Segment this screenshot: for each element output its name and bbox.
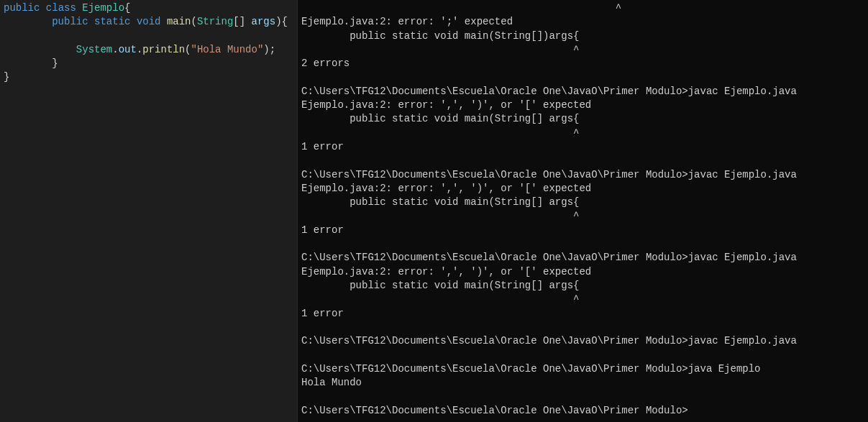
code-token: (: [191, 16, 197, 27]
code-token: System: [76, 44, 112, 55]
code-token: println: [142, 44, 185, 55]
code-token: [76, 2, 82, 14]
code-token: main: [167, 16, 191, 27]
code-token: []: [233, 16, 251, 27]
code-token: {: [124, 2, 130, 14]
code-token: }: [4, 71, 9, 83]
code-token: class: [46, 2, 76, 14]
code-token: [4, 44, 76, 55]
code-token: [4, 16, 52, 27]
code-token: [160, 16, 166, 27]
code-token: }: [4, 58, 58, 69]
code-token: );: [263, 44, 275, 55]
terminal-panel[interactable]: ^ Ejemplo.java:2: error: ';' expected pu…: [297, 0, 868, 422]
code-token: String: [197, 16, 233, 27]
code-token: [130, 16, 136, 27]
code-token: [88, 16, 94, 27]
code-token: [40, 2, 45, 14]
code-token: static: [94, 16, 130, 27]
code-token: "Hola Mundo": [191, 44, 264, 55]
code-token: Ejemplo: [82, 2, 124, 14]
code-token: (: [185, 44, 191, 55]
code-token: args: [252, 16, 276, 27]
code-token: void: [137, 16, 161, 27]
code-editor[interactable]: public class Ejemplo{ public static void…: [0, 0, 297, 422]
code-token: public: [4, 2, 40, 14]
code-token: .: [112, 44, 118, 55]
code-token: public: [52, 16, 88, 27]
code-token: ){: [275, 16, 288, 27]
code-token: out: [119, 44, 137, 55]
